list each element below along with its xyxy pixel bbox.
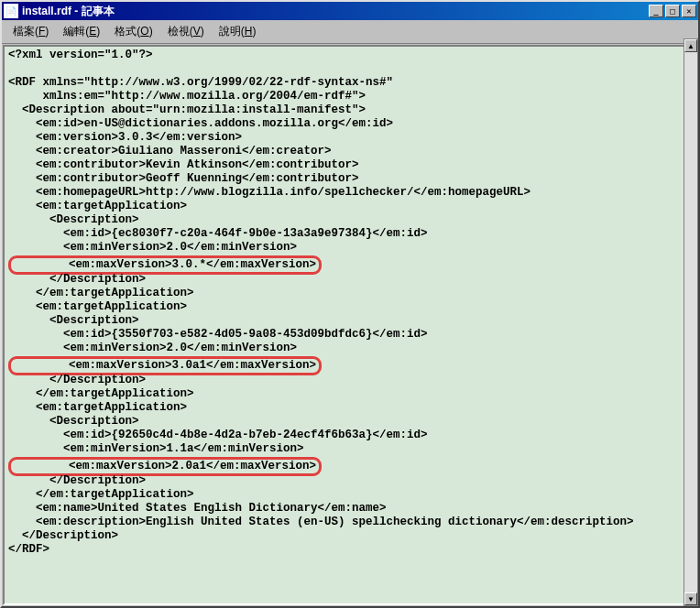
code-line: <em:id>en-US@dictionaries.addons.mozilla… [8, 117, 393, 130]
code-line: <?xml version="1.0"?> [8, 49, 153, 61]
code-line: <em:contributor>Kevin Atkinson</em:contr… [8, 158, 359, 171]
code-line: </Description> [8, 374, 146, 386]
window-controls: _ □ ✕ [649, 5, 696, 17]
maximize-button[interactable]: □ [665, 5, 680, 17]
code-line: <Description> [8, 213, 139, 226]
code-line: </Description> [8, 529, 118, 542]
titlebar[interactable]: 📄 install.rdf - 記事本 _ □ ✕ [2, 2, 698, 20]
window-title: install.rdf - 記事本 [22, 4, 649, 19]
text-area[interactable]: <?xml version="1.0"?> <RDF xmlns="http:/… [3, 45, 697, 605]
code-line: </Description> [8, 273, 146, 286]
close-button[interactable]: ✕ [682, 5, 696, 17]
code-line: <em:maxVersion>3.0a1</em:maxVersion> [14, 359, 316, 372]
code-line: <Description about="urn:mozilla:install-… [8, 103, 366, 116]
scroll-down-button[interactable]: ▼ [684, 592, 697, 605]
notepad-window: 📄 install.rdf - 記事本 _ □ ✕ 檔案(F) 編輯(E) 格式… [0, 0, 700, 608]
code-line: </Description> [8, 474, 146, 487]
vertical-scrollbar[interactable]: ▲ ▼ [684, 38, 698, 606]
code-line: <Description> [8, 415, 139, 428]
code-line: <em:targetApplication> [8, 401, 187, 414]
code-line: <em:targetApplication> [8, 200, 187, 212]
menubar: 檔案(F) 編輯(E) 格式(O) 檢視(V) 說明(H) [2, 20, 698, 44]
code-line: <em:creator>Giuliano Masseroni</em:creat… [8, 145, 332, 157]
menu-help[interactable]: 說明(H) [212, 22, 264, 41]
menu-edit[interactable]: 編輯(E) [56, 22, 107, 41]
notepad-icon: 📄 [4, 4, 18, 18]
highlight-maxversion-1: <em:maxVersion>3.0.*</em:maxVersion> [8, 255, 322, 275]
code-line: <em:minVersion>1.1a</em:minVersion> [8, 442, 304, 455]
code-line: </em:targetApplication> [8, 287, 194, 299]
code-line: xmlns:em="http://www.mozilla.org/2004/em… [8, 90, 366, 103]
code-line: <em:maxVersion>2.0a1</em:maxVersion> [14, 460, 316, 472]
code-line: <em:minVersion>2.0</em:minVersion> [8, 241, 297, 254]
code-line: <em:maxVersion>3.0.*</em:maxVersion> [14, 258, 316, 271]
code-line: <em:targetApplication> [8, 300, 187, 313]
highlight-maxversion-2: <em:maxVersion>3.0a1</em:maxVersion> [8, 356, 322, 375]
code-line: <em:contributor>Geoff Kuenning</em:contr… [8, 172, 359, 185]
code-line: </RDF> [8, 543, 49, 556]
code-line: <em:id>{ec8030f7-c20a-464f-9b0e-13a3a9e9… [8, 227, 428, 240]
code-line: <em:minVersion>2.0</em:minVersion> [8, 342, 297, 354]
code-line: </em:targetApplication> [8, 488, 194, 501]
menu-format[interactable]: 格式(O) [107, 22, 159, 41]
code-line: <RDF xmlns="http://www.w3.org/1999/02/22… [8, 76, 393, 89]
code-line: <em:name>United States English Dictionar… [8, 502, 387, 515]
minimize-button[interactable]: _ [649, 5, 663, 17]
menu-view[interactable]: 檢視(V) [160, 22, 212, 41]
code-line: <Description> [8, 314, 139, 327]
scroll-up-button[interactable]: ▲ [684, 39, 697, 52]
code-line: <em:id>{92650c4d-4b8e-4d2a-b7eb-24ecf4f6… [8, 429, 428, 441]
menu-file[interactable]: 檔案(F) [5, 22, 56, 41]
code-line: <em:homepageURL>http://www.blogzilla.inf… [8, 186, 530, 199]
code-line: <em:description>English United States (e… [8, 516, 634, 528]
highlight-maxversion-3: <em:maxVersion>2.0a1</em:maxVersion> [8, 457, 322, 476]
code-line: <em:version>3.0.3</em:version> [8, 131, 242, 144]
code-line: <em:id>{3550f703-e582-4d05-9a08-453d09bd… [8, 328, 428, 341]
code-line: </em:targetApplication> [8, 387, 194, 400]
